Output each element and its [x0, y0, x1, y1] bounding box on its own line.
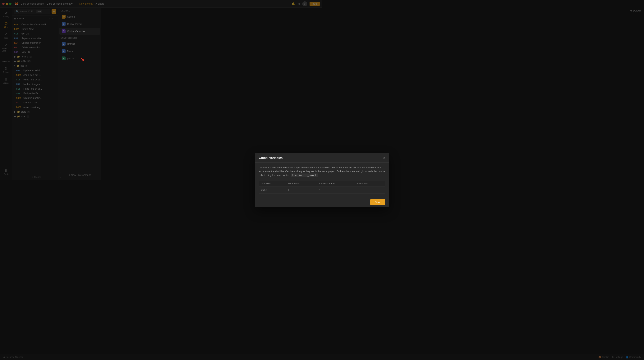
modal-overlay: Global Variables × Global variables have… [0, 0, 322, 180]
modal-description: Global variables have a different scope … [259, 166, 322, 177]
modal-title: Global Variables [259, 156, 283, 160]
modal-body: Global variables have a different scope … [255, 163, 322, 180]
global-variables-modal: Global Variables × Global variables have… [255, 153, 322, 180]
modal-header: Global Variables × [255, 153, 322, 163]
